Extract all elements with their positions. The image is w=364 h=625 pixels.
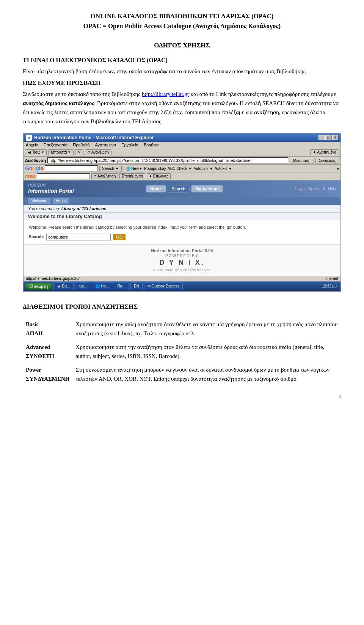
msn-logo: msn: [25, 173, 35, 179]
stop-btn[interactable]: ✕: [75, 149, 83, 155]
section2-bold1: ανοιχτός δημόσιος κατάλογος: [23, 100, 94, 106]
menu-tools[interactable]: Εργαλεία: [121, 143, 138, 147]
start-label: έναρξη: [34, 284, 48, 289]
portal-searching-label: You're searching:: [28, 206, 60, 211]
maximize-btn[interactable]: □: [325, 135, 331, 140]
msn-anavati-btn[interactable]: ⟳ Αναζήτηση: [91, 173, 118, 179]
refresh-btn[interactable]: ⟳ Ανανέωση: [85, 149, 112, 155]
syndesis-btn[interactable]: Συνδέσεις: [315, 158, 339, 163]
taskbar-item-3[interactable]: 🌐 Ho...: [92, 283, 112, 290]
menu-view[interactable]: Προβολή: [73, 143, 89, 147]
taskbar-icon-1: 🖥: [57, 284, 61, 288]
portal-myaccount-btn[interactable]: My Account: [191, 185, 223, 193]
ie-icon: e: [26, 135, 32, 141]
windows-logo: ⊞: [29, 284, 33, 289]
taskbar-item-1[interactable]: 🖥 Εις...: [53, 283, 74, 290]
google-toolbar: Google Search ▼ | 🌐 New▼ Popups okay ABC…: [24, 165, 340, 173]
portal-home-btn[interactable]: Home: [146, 185, 166, 193]
portal-dynix-logo: D Y N I X.: [27, 259, 337, 267]
msn-search-input[interactable]: [37, 173, 90, 179]
portal-welcome-btn[interactable]: Welcome: [28, 198, 51, 204]
autolink-btn[interactable]: AutoLink ▼: [193, 166, 213, 171]
taskbar-label-2: gui...: [78, 284, 87, 288]
portal-login[interactable]: Login: [295, 187, 304, 191]
method-desc-power: Στη συνδυασμένη αναζήτηση μπορούν να γίν…: [73, 363, 341, 386]
msn-epiloges-btn[interactable]: ✦ Επιλογές: [147, 173, 171, 179]
msn-episimasi-btn[interactable]: Επισήμανση: [119, 173, 145, 179]
statusbar-url: http://hermes.lib.teilar.gr/ipac20/: [26, 276, 80, 281]
method-desc-basic-text: Χρησιμοποιήστε την απλή αναζήτηση όταν θ…: [76, 321, 338, 336]
portal-search-input[interactable]: [46, 234, 111, 240]
menu-edit[interactable]: Επεξεργασία: [44, 143, 67, 147]
browser-toolbar: ◀ Πίσω ▼ Μπροστά ▼ ✕ ⟳ Ανανέωση ★ Αγαπημ…: [24, 148, 340, 157]
forward-btn[interactable]: Μπροστά ▼: [48, 149, 73, 155]
taskbar-icon-3: 🌐: [95, 284, 100, 288]
fwd-dropdown[interactable]: ▼: [68, 151, 71, 154]
library-link[interactable]: http://library.teilar.gr: [142, 91, 189, 97]
address-label: Διεύθυνση: [25, 158, 46, 163]
method-desc-power-text: Στη συνδυασμένη αναζήτηση μπορούν να γίν…: [76, 367, 329, 382]
method-label-basic-line2: ΑΠΛΗ: [26, 330, 43, 336]
taskbar-icon-6: ✉: [147, 284, 151, 288]
close-btn[interactable]: ✕: [332, 135, 338, 140]
back-btn[interactable]: ◀ Πίσω ▼: [25, 149, 47, 155]
portal-logo-italic: HORIZON: [28, 183, 74, 188]
more-btn[interactable]: »: [337, 166, 339, 171]
method-label-pow-line1: Power: [26, 367, 41, 373]
check-btn[interactable]: ABC Check ▼: [168, 166, 192, 171]
method-label-basic: Basic ΑΠΛΗ: [23, 317, 73, 340]
portal-go-btn[interactable]: GO: [113, 234, 126, 240]
google-logo: Google: [25, 165, 43, 171]
portal-searching-value: Library of TEI Larissas: [61, 206, 107, 211]
favorites-btn[interactable]: ★ Αγαπημένα: [310, 149, 339, 155]
autofill-btn[interactable]: AutoFill ▼: [215, 166, 232, 171]
section2-text1: Συνδεόμαστε με το δικτυακό τόπο της Βιβλ…: [23, 91, 142, 97]
search-methods-section: ΔΙΑΘΕΣΙΜΟΙ ΤΡΟΠΟΙ ΑΝΑΖΗΤΗΣΗΣ Basic ΑΠΛΗ …: [23, 303, 341, 386]
popup-btn[interactable]: Popups okay: [144, 166, 166, 171]
portal-logo-bold: Information Portal: [28, 188, 74, 195]
taskbar-item-4[interactable]: Πιv...: [114, 283, 129, 290]
menu-help[interactable]: Βοήθεια: [144, 143, 158, 147]
google-search-input[interactable]: [45, 165, 98, 171]
statusbar-zone: Internet: [325, 276, 338, 281]
menu-file[interactable]: Αρχείο: [26, 143, 38, 147]
taskbar-item-5[interactable]: EN: [130, 283, 143, 290]
portal-searching-bar: You're searching: Library of TEI Larissa…: [24, 205, 340, 213]
page-header: ONLINE ΚΑΤΑΛΟΓΟΣ ΒΙΒΛΙΟΘΗΚΩΝ ΤΕΙ ΛΑΡΙΣΑΣ…: [23, 11, 341, 50]
start-button[interactable]: ⊞ έναρξη: [25, 283, 52, 290]
menu-favorites[interactable]: Αγαπημένα: [95, 143, 116, 147]
taskbar-item-2[interactable]: gui...: [75, 283, 90, 290]
method-label-advanced: Advanced ΣΥΝΘΕΤΗ: [23, 340, 73, 363]
taskbar-label-3: Ho...: [101, 284, 109, 288]
portal-welcome-text: Welcome. Please search the library catal…: [29, 224, 335, 231]
address-input[interactable]: [47, 157, 288, 163]
portal-search-btn[interactable]: Search: [168, 185, 190, 193]
portal-hours-btn[interactable]: Hours: [52, 198, 69, 204]
method-desc-advanced-text: Χρησιμοποιήστε αυτή την αναζήτηση όταν θ…: [76, 344, 325, 359]
metavasi-btn[interactable]: Μετάβαση: [290, 158, 314, 163]
section1-title: ΤΙ ΕΙΝΑΙ Ο ΗΛΕΚΤΡΟΝΙΚΟΣ ΚΑΤΑΛΟΓΟΣ (OPAC): [23, 57, 341, 64]
portal-main-content: Welcome. Please search the library catal…: [24, 220, 340, 244]
msn-toolbar: msn ⟳ Αναζήτηση Επισήμανση ✦ Επιλογές: [24, 173, 340, 180]
titlebar-left: e Horizon Information Portal - Microsoft…: [26, 135, 154, 141]
method-desc-advanced: Χρησιμοποιήστε αυτή την αναζήτηση όταν θ…: [73, 340, 341, 363]
method-row-basic: Basic ΑΠΛΗ Χρησιμοποιήστε την απλή αναζή…: [23, 317, 341, 340]
minimize-btn[interactable]: _: [318, 135, 325, 140]
google-separator: |: [123, 166, 124, 171]
back-dropdown[interactable]: ▼: [41, 151, 44, 154]
back-arrow: ◀: [28, 150, 31, 154]
method-label-power: Power ΣΥΝΔΥΑΣΜΕΝΗ: [23, 363, 73, 386]
method-row-power: Power ΣΥΝΔΥΑΣΜΕΝΗ Στη συνδυασμένη αναζήτ…: [23, 363, 341, 386]
portal-help[interactable]: Help: [328, 187, 336, 191]
search-methods-title: ΔΙΑΘΕΣΙΜΟΙ ΤΡΟΠΟΙ ΑΝΑΖΗΤΗΣΗΣ: [23, 303, 341, 311]
browser-titlebar: e Horizon Information Portal - Microsoft…: [24, 133, 340, 142]
taskbar-item-6[interactable]: ✉ Outlook Express: [144, 283, 183, 290]
window-controls[interactable]: _ □ ✕: [318, 135, 338, 140]
portal-header: HORIZON Information Portal Home Search M…: [24, 181, 340, 197]
google-search-btn[interactable]: Search ▼: [99, 166, 121, 171]
portal-search-label: Search:: [29, 234, 44, 240]
portal-mylist[interactable]: My List - 0: [308, 187, 325, 191]
portal-right-nav: Login My List - 0 Help: [295, 187, 336, 191]
new-btn[interactable]: 🌐 New▼: [126, 166, 143, 171]
portal-subnav: Welcome Hours: [24, 197, 340, 205]
